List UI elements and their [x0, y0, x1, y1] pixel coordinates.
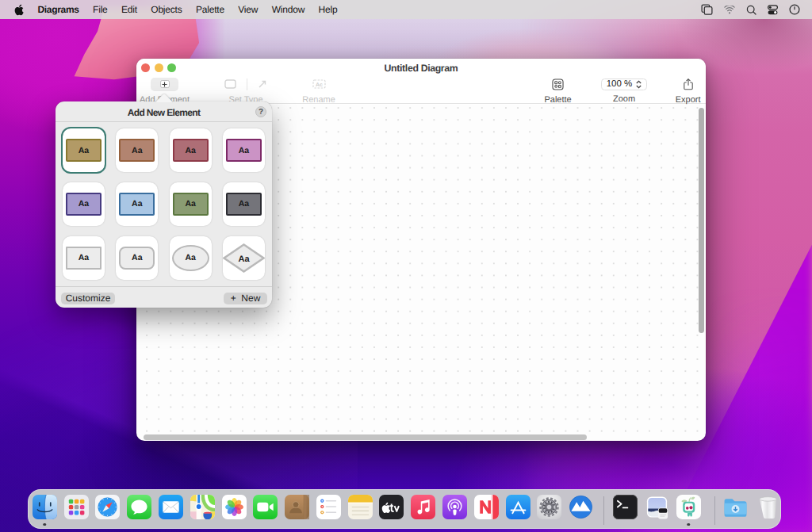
svg-text:Aa: Aa	[238, 254, 250, 263]
svg-text:Ac: Ac	[316, 82, 323, 88]
